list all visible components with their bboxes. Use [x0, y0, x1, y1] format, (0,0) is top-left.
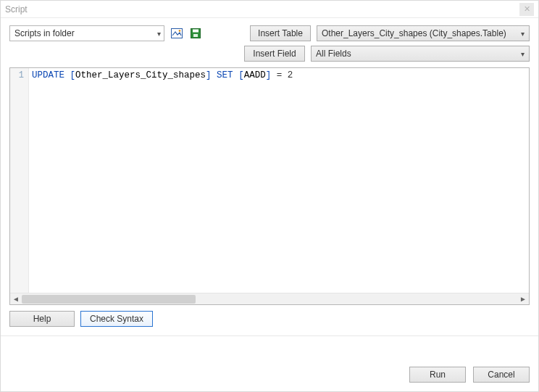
chevron-down-icon: ▾ [157, 30, 161, 38]
run-button[interactable]: Run [409, 367, 466, 383]
chevron-down-icon: ▾ [521, 50, 525, 58]
svg-rect-3 [193, 30, 199, 33]
equals: = [271, 70, 288, 80]
help-button[interactable]: Help [9, 311, 75, 327]
bracket-open: [ [238, 70, 244, 80]
check-syntax-button[interactable]: Check Syntax [80, 311, 153, 327]
scrollbar-thumb[interactable] [22, 295, 196, 304]
table-combo[interactable]: Other_Layers_City_shapes (City_shapes.Ta… [317, 25, 530, 41]
toolbar-row-1: Scripts in folder ▾ [9, 25, 530, 41]
window-title: Script [5, 4, 519, 14]
code-content[interactable]: UPDATE [Other_Layers_City_shapes] SET [A… [29, 68, 529, 293]
fields-combo-value: All Fields [316, 49, 351, 59]
script-dialog: Script ✕ Scripts in folder ▾ [0, 0, 539, 392]
editor-buttons: Help Check Syntax [1, 305, 538, 327]
scroll-right-arrow-icon[interactable]: ► [517, 293, 529, 305]
identifier-table: Other_Layers_City_shapes [75, 70, 206, 80]
fields-combo[interactable]: All Fields ▾ [311, 46, 530, 62]
bracket-close: ] [206, 70, 212, 80]
value-literal: 2 [288, 70, 293, 80]
horizontal-scrollbar[interactable]: ◄ ► [10, 293, 529, 304]
scrollbar-track[interactable] [22, 293, 517, 304]
close-icon: ✕ [524, 4, 530, 14]
svg-point-1 [179, 30, 181, 32]
dialog-footer: Run Cancel [1, 358, 538, 391]
svg-rect-4 [193, 34, 198, 37]
chevron-down-icon: ▾ [521, 30, 525, 38]
line-number: 1 [10, 70, 28, 81]
picture-icon[interactable] [170, 27, 183, 40]
insert-field-button[interactable]: Insert Field [244, 46, 305, 62]
footer-divider [1, 335, 538, 336]
insert-table-button[interactable]: Insert Table [250, 25, 311, 41]
close-button[interactable]: ✕ [519, 3, 534, 16]
editor-body: 1 UPDATE [Other_Layers_City_shapes] SET … [10, 68, 529, 293]
toolbar-row-2: Insert Field All Fields ▾ [9, 46, 530, 62]
identifier-field: AADD [244, 70, 266, 80]
table-combo-value: Other_Layers_City_shapes (City_shapes.Ta… [322, 28, 506, 38]
code-editor[interactable]: 1 UPDATE [Other_Layers_City_shapes] SET … [9, 67, 530, 305]
titlebar: Script ✕ [1, 1, 538, 18]
keyword-set: SET [217, 70, 233, 80]
keyword-update: UPDATE [32, 70, 64, 80]
bracket-open: [ [70, 70, 76, 80]
scripts-folder-label: Scripts in folder [14, 28, 75, 38]
toolbar: Scripts in folder ▾ [1, 18, 538, 62]
scroll-left-arrow-icon[interactable]: ◄ [10, 293, 22, 305]
scripts-folder-select[interactable]: Scripts in folder ▾ [9, 25, 164, 41]
cancel-button[interactable]: Cancel [473, 367, 530, 383]
disk-icon[interactable] [189, 27, 202, 40]
line-gutter: 1 [10, 68, 29, 293]
